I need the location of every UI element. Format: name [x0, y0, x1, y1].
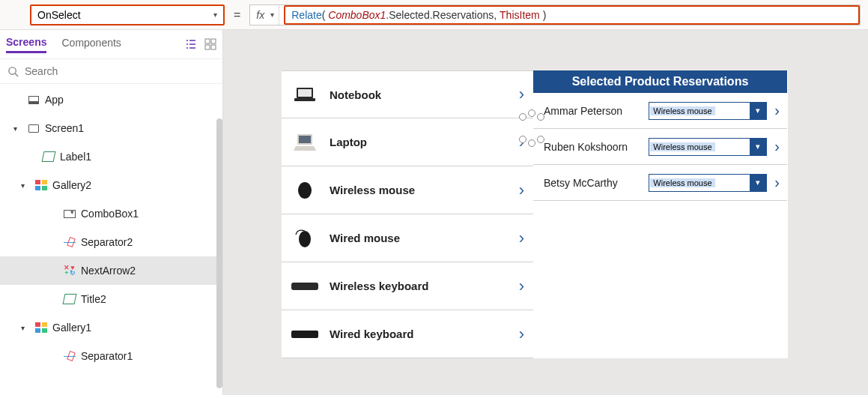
tree-panel: Screens Components App ▾ Screen1: [0, 30, 223, 395]
chevron-down-icon[interactable]: ▾: [270, 5, 279, 25]
tree-node-label: App: [45, 94, 64, 106]
svg-rect-0: [205, 39, 210, 43]
combobox-value: Wireless mouse: [650, 178, 714, 187]
chevron-down-icon[interactable]: ▾: [13, 124, 22, 133]
product-combobox[interactable]: Wireless mouse ▾: [649, 102, 767, 120]
search-icon: [7, 66, 19, 77]
chevron-down-icon[interactable]: ▾: [750, 103, 766, 119]
tab-screens[interactable]: Screens: [6, 36, 46, 53]
chevron-right-icon[interactable]: ›: [519, 133, 524, 152]
combobox-value: Wireless mouse: [650, 142, 714, 151]
formula-bar: fx ▾ Relate( ComboBox1.Selected.Reservat…: [249, 4, 861, 25]
tree-node-label: Title2: [81, 293, 106, 305]
chevron-down-icon[interactable]: ▾: [750, 139, 766, 155]
main-split: Screens Components App ▾ Screen1: [0, 30, 868, 395]
tree-node-separator1[interactable]: Separator1: [0, 342, 222, 370]
tree-search-input[interactable]: [25, 65, 215, 77]
app-icon: [28, 96, 39, 104]
tab-components[interactable]: Components: [61, 37, 121, 52]
next-arrow-icon[interactable]: ›: [774, 138, 780, 155]
tree-node-label1[interactable]: Label1: [0, 142, 222, 171]
combobox-value: Wireless mouse: [650, 106, 714, 115]
nextarrow-icon: ✕♥+↻: [64, 265, 76, 276]
product-label: Laptop: [330, 136, 509, 148]
gallery-item[interactable]: Wireless keyboard ›: [282, 262, 533, 310]
tree-node-combobox1[interactable]: ComboBox1: [0, 199, 222, 228]
gallery-item[interactable]: Wired mouse ›: [282, 214, 533, 262]
svg-rect-13: [291, 283, 318, 290]
chevron-right-icon[interactable]: ›: [519, 229, 524, 248]
tree-node-app[interactable]: App: [0, 85, 222, 114]
tree-search[interactable]: [0, 58, 222, 84]
gallery-item[interactable]: Wired keyboard ›: [282, 310, 533, 358]
grid-icon[interactable]: [204, 38, 216, 50]
tree-node-label: NextArrow2: [81, 265, 136, 277]
tree-node-screen1[interactable]: ▾ Screen1: [0, 114, 222, 142]
svg-point-11: [298, 182, 312, 199]
product-thumb-icon: [291, 275, 319, 298]
product-thumb-icon: [291, 131, 319, 154]
panel-tabs: Screens Components: [0, 30, 222, 58]
svg-point-12: [299, 231, 311, 247]
gallery-item[interactable]: Wireless mouse ›: [282, 166, 533, 214]
reservation-name: Ammar Peterson: [544, 105, 641, 117]
reservation-row[interactable]: Ruben Kokshoorn Wireless mouse ▾ ›: [533, 129, 787, 165]
separator-icon: [64, 237, 76, 247]
chevron-down-icon[interactable]: ▾: [21, 181, 30, 190]
chevron-down-icon[interactable]: ▾: [750, 175, 766, 191]
label-icon: [43, 151, 55, 162]
product-label: Wired keyboard: [330, 328, 509, 340]
reservations-header: Selected Product Reservations: [533, 70, 787, 93]
tree-node-label: Gallery1: [52, 322, 91, 334]
svg-rect-3: [211, 45, 216, 49]
tree-node-label: Gallery2: [52, 179, 91, 191]
product-label: Wireless mouse: [330, 184, 509, 196]
property-selector[interactable]: OnSelect ▾: [30, 4, 225, 25]
next-arrow-icon[interactable]: ›: [774, 174, 780, 191]
chevron-down-icon[interactable]: ▾: [21, 324, 30, 332]
property-selector-value: OnSelect: [37, 9, 81, 21]
svg-line-5: [15, 73, 18, 76]
tree-node-title2[interactable]: Title2: [0, 285, 222, 313]
formula-input[interactable]: Relate( ComboBox1.Selected.Reservations,…: [284, 5, 860, 25]
tree-node-nextarrow2[interactable]: ✕♥+↻ NextArrow2: [0, 256, 222, 285]
reservation-row[interactable]: Ammar Peterson Wireless mouse ▾ ›: [533, 93, 787, 129]
tree-node-gallery1[interactable]: ▾ Gallery1: [0, 313, 222, 342]
product-label: Wireless keyboard: [330, 280, 509, 292]
svg-rect-2: [205, 45, 210, 49]
scrollbar[interactable]: [216, 118, 222, 388]
svg-rect-1: [211, 39, 216, 43]
product-thumb-icon: [291, 179, 319, 202]
separator-icon: [64, 351, 76, 361]
chevron-right-icon[interactable]: ›: [519, 181, 524, 200]
label-icon: [64, 294, 76, 304]
svg-point-4: [9, 67, 16, 73]
next-arrow-icon[interactable]: ›: [774, 102, 780, 119]
product-thumb-icon: [291, 323, 319, 346]
svg-rect-14: [291, 331, 318, 338]
tree-node-label: Screen1: [45, 122, 84, 134]
gallery-item[interactable]: Notebook ›: [282, 70, 533, 118]
product-thumb-icon: [291, 83, 319, 106]
product-combobox[interactable]: Wireless mouse ▾: [649, 138, 767, 156]
tree-node-label: ComboBox1: [81, 208, 139, 220]
combobox-icon: [64, 210, 76, 218]
product-label: Notebook: [330, 88, 509, 101]
tree-node-label: Separator2: [81, 236, 133, 248]
canvas-area[interactable]: Notebook › Laptop › Wireless mouse ›: [223, 30, 868, 395]
tree-node-label: Label1: [60, 151, 91, 163]
gallery-icon: [35, 180, 47, 190]
chevron-right-icon[interactable]: ›: [519, 85, 524, 104]
chevron-right-icon[interactable]: ›: [519, 277, 524, 296]
formula-bar-row: OnSelect ▾ = fx ▾ Relate( ComboBox1.Sele…: [0, 0, 868, 30]
gallery-item[interactable]: Laptop ›: [282, 118, 533, 166]
product-gallery: Notebook › Laptop › Wireless mouse ›: [282, 70, 533, 358]
product-combobox[interactable]: Wireless mouse ▾: [649, 174, 767, 192]
reservation-row[interactable]: Betsy McCarthy Wireless mouse ▾ ›: [533, 165, 787, 201]
list-icon[interactable]: [185, 38, 197, 50]
chevron-right-icon[interactable]: ›: [519, 325, 524, 344]
tree-node-gallery2[interactable]: ▾ Gallery2: [0, 171, 222, 199]
reservation-name: Ruben Kokshoorn: [544, 141, 641, 153]
svg-rect-10: [299, 136, 311, 143]
tree-node-separator2[interactable]: Separator2: [0, 228, 222, 256]
